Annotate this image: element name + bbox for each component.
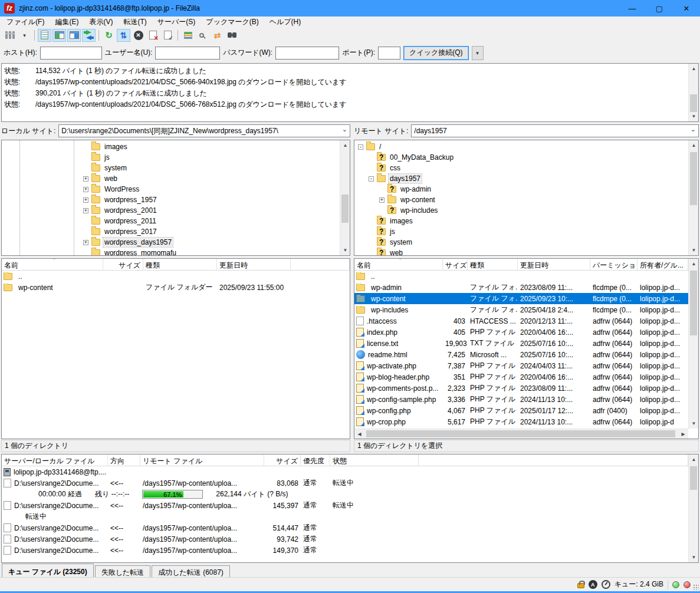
scroll-down-icon[interactable]: ▼ [340, 245, 350, 255]
minimize-button[interactable]: — [619, 0, 646, 17]
resize-grip[interactable] [693, 584, 699, 590]
tree-item[interactable]: wordpress_2011 [2, 216, 350, 226]
tree-item[interactable]: 00_MyData_Backup [354, 152, 698, 163]
column-size[interactable]: サイズ [443, 259, 468, 270]
tree-item[interactable]: wp-content [354, 195, 698, 205]
file-row[interactable]: .. [354, 271, 688, 282]
file-row[interactable]: wp-includes ファイル フォ... 2025/04/18 2:4...… [354, 304, 688, 315]
tree-item[interactable]: wp-includes [354, 205, 698, 216]
expander-icon[interactable] [83, 176, 88, 182]
expander-icon[interactable] [369, 176, 374, 182]
column-modified[interactable]: 更新日時 [217, 259, 291, 270]
column-size[interactable]: サイズ [264, 454, 301, 466]
filter-button[interactable] [225, 29, 239, 42]
column-server-local-file[interactable]: サーバー/ローカル ファイル [2, 454, 108, 466]
column-direction[interactable]: 方向 [108, 454, 140, 466]
scroll-down-icon[interactable]: ▼ [689, 111, 699, 121]
file-row[interactable]: wp-content ファイル フォルダー 2025/09/23 11:55:0… [2, 282, 350, 293]
file-row[interactable]: readme.html 7,425 Microsoft ... 2025/07/… [354, 349, 688, 360]
tree-item[interactable]: wp-admin [354, 184, 698, 195]
reconnect-button[interactable]: ✓ [161, 29, 175, 42]
scroll-up-icon[interactable]: ▲ [340, 140, 350, 150]
column-status[interactable]: 状態 [330, 454, 419, 466]
scroll-right-icon[interactable]: ▶ [678, 429, 688, 439]
tree-item[interactable]: WordPress [2, 184, 350, 195]
tree-item[interactable]: wordpress_momomafu [2, 248, 350, 256]
tree-item[interactable]: web [2, 173, 350, 184]
synchronized-browsing-button[interactable]: ⇄ [211, 29, 224, 42]
close-button[interactable]: ✕ [673, 0, 700, 17]
find-files-button[interactable] [196, 29, 209, 42]
transfer-mode-auto-icon[interactable]: A [589, 580, 597, 589]
remote-path-combobox[interactable]: /days1957 [411, 124, 699, 137]
refresh-button[interactable]: ↻ [102, 29, 116, 42]
local-path-combobox[interactable]: D:\users\range2\Documents\[同期]ZJINZ_New\… [58, 124, 350, 137]
menu-edit[interactable]: 編集(E) [50, 17, 84, 28]
queue-item-row[interactable]: D:\users\range2\Docume... <<-- /days1957… [2, 533, 698, 545]
file-row[interactable]: wp-activate.php 7,387 PHP ファイル 2024/04/0… [354, 360, 688, 371]
scrollbar-thumb[interactable] [341, 195, 349, 223]
tree-item[interactable]: js [354, 226, 698, 237]
file-row[interactable]: .. [2, 271, 350, 282]
tab-failed-transfers[interactable]: 失敗した転送 [95, 565, 151, 577]
maximize-button[interactable]: ▢ [646, 0, 673, 17]
column-remote-file[interactable]: リモート ファイル [140, 454, 264, 466]
column-name[interactable]: ⌃名前 [354, 259, 443, 270]
tab-successful-transfers[interactable]: 成功した転送 (6087) [152, 565, 230, 577]
tree-item[interactable]: system [354, 237, 698, 248]
file-row-selected[interactable]: wp-content ファイル フォ... 2025/09/23 10:... … [354, 293, 688, 304]
file-row[interactable]: index.php 405 PHP ファイル 2020/04/06 16:...… [354, 327, 688, 338]
password-input[interactable] [275, 47, 339, 60]
scroll-down-icon[interactable]: ▼ [689, 245, 699, 255]
menu-server[interactable]: サーバー(S) [152, 17, 201, 28]
scroll-up-icon[interactable]: ▲ [689, 454, 699, 464]
tree-item[interactable]: images [2, 141, 350, 152]
queue-scrollbar[interactable]: ▲ ▼ [688, 454, 698, 562]
column-owner[interactable]: 所有者/グル... [637, 259, 688, 270]
local-tree-scrollbar[interactable]: ▲ ▼ [340, 140, 350, 255]
tree-item[interactable]: wordpress_1957 [2, 195, 350, 205]
queue-server-row[interactable]: lolipop.jp-dp33141468@ftp.... [2, 466, 698, 477]
tab-queued-files[interactable]: キュー ファイル (23250) [2, 564, 94, 577]
quickconnect-dropdown[interactable] [472, 46, 484, 60]
column-permissions[interactable]: パーミッション [590, 259, 637, 270]
tree-item[interactable]: / [354, 141, 698, 152]
column-name[interactable]: ⌃名前 [2, 259, 103, 270]
tree-item-selected[interactable]: days1957 [354, 173, 698, 184]
scroll-down-icon[interactable]: ▼ [689, 552, 699, 562]
tree-item[interactable]: images [354, 216, 698, 226]
column-type[interactable]: 種類 [468, 259, 518, 270]
menu-file[interactable]: ファイル(F) [1, 17, 50, 28]
site-manager-dropdown[interactable] [18, 29, 31, 42]
menu-help[interactable]: ヘルプ(H) [264, 17, 307, 28]
queue-item-row[interactable]: D:\users\range2\Docume... <<-- /days1957… [2, 477, 698, 489]
tree-item-selected[interactable]: wordpress_days1957 [2, 237, 350, 248]
expander-icon[interactable] [358, 144, 363, 150]
menu-view[interactable]: 表示(V) [84, 17, 118, 28]
file-row[interactable]: wp-comments-post.p... 2,323 PHP ファイル 202… [354, 383, 688, 394]
expander-icon[interactable] [83, 240, 88, 245]
file-row[interactable]: license.txt 19,903 TXT ファイル 2025/07/16 1… [354, 338, 688, 349]
toggle-remote-tree-button[interactable] [67, 29, 81, 42]
expander-icon[interactable] [83, 197, 88, 203]
file-row[interactable]: wp-blog-header.php 351 PHP ファイル 2020/04/… [354, 371, 688, 383]
port-input[interactable] [378, 47, 400, 60]
scroll-up-icon[interactable]: ▲ [689, 140, 699, 150]
host-input[interactable] [40, 47, 102, 60]
scrollbar-thumb[interactable] [690, 94, 697, 112]
speed-limit-icon[interactable] [602, 580, 610, 589]
expander-icon[interactable] [83, 208, 88, 213]
tree-item[interactable]: web [354, 248, 698, 256]
file-row[interactable]: wp-admin ファイル フォ... 2023/08/09 11:... fl… [354, 282, 688, 293]
scrollbar-thumb[interactable] [366, 430, 675, 437]
scroll-down-icon[interactable]: ▼ [689, 419, 699, 429]
expander-icon[interactable] [83, 187, 88, 192]
file-row[interactable]: wp-crop.php 5,617 PHP ファイル 2024/11/13 10… [354, 416, 688, 427]
tree-item[interactable]: js [2, 152, 350, 163]
column-modified[interactable]: 更新日時 [518, 259, 590, 270]
scroll-up-icon[interactable]: ▲ [689, 259, 699, 269]
remote-list-hscrollbar[interactable]: ◀ ▶ [354, 429, 688, 439]
queue-item-row[interactable]: D:\users\range2\Docume... <<-- /days1957… [2, 500, 698, 511]
remote-tree-scrollbar[interactable]: ▲ ▼ [688, 140, 698, 255]
remote-list-vscrollbar[interactable]: ▲ ▼ [688, 259, 698, 429]
